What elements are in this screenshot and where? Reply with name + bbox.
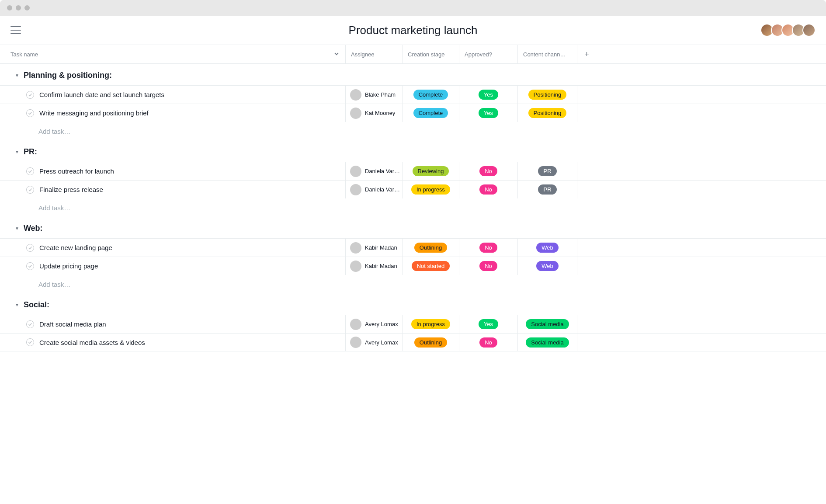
complete-check-icon[interactable] — [26, 244, 34, 252]
task-name: Write messaging and positioning brief — [39, 109, 149, 117]
add-column-button[interactable]: + — [577, 45, 596, 63]
column-header-assignee[interactable]: Assignee — [345, 45, 402, 63]
stage-cell[interactable]: Outlining — [402, 239, 459, 257]
approved-pill: No — [479, 337, 497, 348]
section-header[interactable]: ▼ PR: — [0, 140, 826, 162]
complete-check-icon[interactable] — [26, 262, 34, 270]
complete-check-icon[interactable] — [26, 167, 34, 175]
approved-cell[interactable]: No — [459, 334, 517, 351]
task-name-cell[interactable]: Draft social media plan — [0, 320, 345, 328]
task-row[interactable]: Create social media assets & videos Aver… — [0, 333, 826, 351]
section-header[interactable]: ▼ Social: — [0, 293, 826, 315]
task-name-cell[interactable]: Update pricing page — [0, 262, 345, 270]
task-name: Finalize press release — [39, 186, 103, 193]
channel-cell[interactable]: Social media — [517, 315, 577, 333]
approved-cell[interactable]: Yes — [459, 315, 517, 333]
channel-cell[interactable]: Social media — [517, 334, 577, 351]
add-task-button[interactable]: Add task… — [0, 198, 826, 217]
assignee-cell[interactable]: Avery Lomax — [345, 315, 402, 333]
complete-check-icon[interactable] — [26, 91, 34, 99]
assignee-avatar — [350, 319, 361, 330]
task-row[interactable]: Write messaging and positioning brief Ka… — [0, 104, 826, 122]
assignee-cell[interactable]: Kat Mooney — [345, 104, 402, 122]
channel-pill: Web — [536, 243, 559, 253]
channel-cell[interactable]: Web — [517, 257, 577, 275]
assignee-cell[interactable]: Avery Lomax — [345, 334, 402, 351]
section-header[interactable]: ▼ Planning & positioning: — [0, 64, 826, 85]
task-name-cell[interactable]: Write messaging and positioning brief — [0, 109, 345, 117]
stage-cell[interactable]: Complete — [402, 86, 459, 104]
channel-cell[interactable]: PR — [517, 162, 577, 180]
assignee-avatar — [350, 242, 361, 254]
assignee-name: Blake Pham — [365, 91, 396, 98]
complete-check-icon[interactable] — [26, 320, 34, 328]
column-header-approved[interactable]: Approved? — [459, 45, 517, 63]
task-name-cell[interactable]: Finalize press release — [0, 186, 345, 194]
section-title: Web: — [24, 224, 43, 233]
collapse-triangle-icon[interactable]: ▼ — [15, 149, 19, 154]
collapse-triangle-icon[interactable]: ▼ — [15, 73, 19, 78]
task-name-cell[interactable]: Create social media assets & videos — [0, 338, 345, 346]
row-tail-cell — [577, 181, 596, 198]
section-header[interactable]: ▼ Web: — [0, 217, 826, 238]
window-dot-zoom[interactable] — [24, 5, 30, 10]
channel-cell[interactable]: Positioning — [517, 104, 577, 122]
row-tail-cell — [577, 315, 596, 333]
add-task-button[interactable]: Add task… — [0, 275, 826, 293]
column-label: Content chann… — [523, 51, 566, 58]
column-header-channel[interactable]: Content chann… — [517, 45, 577, 63]
hamburger-menu-icon[interactable] — [10, 26, 21, 34]
column-header-task[interactable]: Task name — [0, 51, 345, 58]
assignee-cell[interactable]: Kabir Madan — [345, 239, 402, 257]
assignee-avatar — [350, 166, 361, 177]
stage-cell[interactable]: Reviewing — [402, 162, 459, 180]
assignee-cell[interactable]: Blake Pham — [345, 86, 402, 104]
approved-cell[interactable]: No — [459, 181, 517, 198]
complete-check-icon[interactable] — [26, 109, 34, 117]
task-row[interactable]: Update pricing page Kabir Madan Not star… — [0, 257, 826, 275]
approved-cell[interactable]: Yes — [459, 86, 517, 104]
stage-cell[interactable]: In progress — [402, 181, 459, 198]
window-dot-close[interactable] — [7, 5, 12, 10]
complete-check-icon[interactable] — [26, 338, 34, 346]
assignee-name: Daniela Var… — [365, 186, 400, 193]
task-name-cell[interactable]: Confirm launch date and set launch targe… — [0, 91, 345, 99]
approved-cell[interactable]: Yes — [459, 104, 517, 122]
assignee-cell[interactable]: Daniela Var… — [345, 162, 402, 180]
stage-cell[interactable]: Not started — [402, 257, 459, 275]
task-name-cell[interactable]: Create new landing page — [0, 244, 345, 252]
column-label: Task name — [10, 51, 38, 58]
assignee-cell[interactable]: Kabir Madan — [345, 257, 402, 275]
approved-cell[interactable]: No — [459, 162, 517, 180]
stage-pill: Not started — [412, 261, 450, 271]
plus-icon: + — [584, 50, 589, 59]
window-dot-minimize[interactable] — [16, 5, 21, 10]
stage-pill: Outlining — [414, 243, 447, 253]
channel-cell[interactable]: Positioning — [517, 86, 577, 104]
task-row[interactable]: Finalize press release Daniela Var… In p… — [0, 180, 826, 198]
complete-check-icon[interactable] — [26, 186, 34, 194]
task-name: Create new landing page — [39, 244, 112, 251]
page-title: Product marketing launch — [349, 24, 478, 37]
task-row[interactable]: Create new landing page Kabir Madan Outl… — [0, 238, 826, 257]
add-task-button[interactable]: Add task… — [0, 122, 826, 140]
approved-cell[interactable]: No — [459, 257, 517, 275]
assignee-name: Daniela Var… — [365, 168, 400, 174]
column-header-stage[interactable]: Creation stage — [402, 45, 459, 63]
approved-cell[interactable]: No — [459, 239, 517, 257]
collapse-triangle-icon[interactable]: ▼ — [15, 226, 19, 231]
channel-cell[interactable]: Web — [517, 239, 577, 257]
stage-cell[interactable]: In progress — [402, 315, 459, 333]
task-row[interactable]: Draft social media plan Avery Lomax In p… — [0, 315, 826, 333]
collapse-triangle-icon[interactable]: ▼ — [15, 302, 19, 307]
channel-cell[interactable]: PR — [517, 181, 577, 198]
task-row[interactable]: Press outreach for launch Daniela Var… R… — [0, 162, 826, 180]
task-name-cell[interactable]: Press outreach for launch — [0, 167, 345, 175]
task-row[interactable]: Confirm launch date and set launch targe… — [0, 85, 826, 104]
assignee-cell[interactable]: Daniela Var… — [345, 181, 402, 198]
row-tail-cell — [577, 162, 596, 180]
channel-pill: PR — [538, 166, 556, 176]
stage-cell[interactable]: Outlining — [402, 334, 459, 351]
avatar[interactable] — [802, 24, 816, 37]
stage-cell[interactable]: Complete — [402, 104, 459, 122]
